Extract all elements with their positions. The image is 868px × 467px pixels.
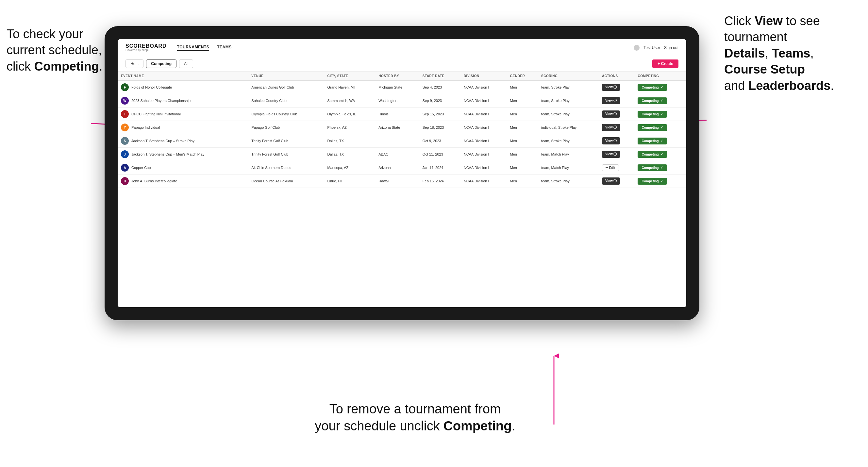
col-hosted-by: HOSTED BY [375,71,419,81]
hosted-by-cell: Michigan State [375,81,419,94]
annotation-right-bold4: Course Setup [724,62,805,76]
venue-cell: Ak-Chin Southern Dunes [248,161,324,175]
sub-nav-all[interactable]: All [179,60,193,68]
gender-cell: Men [507,107,538,121]
venue-cell: Ocean Course At Hokuala [248,175,324,188]
action-cell: View ⓘ [599,134,634,148]
table-row: A Copper Cup Ak-Chin Southern DunesMaric… [118,161,686,175]
competing-badge[interactable]: Competing [638,124,667,131]
venue-cell: Papago Golf Club [248,121,324,134]
table-container: EVENT NAME VENUE CITY, STATE HOSTED BY S… [118,71,686,307]
team-logo: I [121,110,129,118]
start-date-cell: Sep 18, 2023 [419,121,461,134]
scoreboard-powered: Powered by clippi [125,49,167,52]
competing-cell: Competing [634,148,686,161]
action-cell: View ⓘ [599,148,634,161]
view-button[interactable]: View ⓘ [602,111,620,118]
competing-badge[interactable]: Competing [638,151,667,158]
col-venue: VENUE [248,71,324,81]
nav-teams[interactable]: TEAMS [217,45,232,51]
competing-badge[interactable]: Competing [638,137,667,145]
team-logo: W [121,97,129,104]
annotation-left-line3: click [6,60,34,73]
col-city-state: CITY, STATE [324,71,375,81]
col-gender: GENDER [507,71,538,81]
col-scoring: SCORING [538,71,599,81]
venue-cell: American Dunes Golf Club [248,81,324,94]
event-name-cell: Y Papago Individual [118,121,248,134]
start-date-cell: Sep 4, 2023 [419,81,461,94]
event-name: John A. Burns Intercollegiate [131,179,177,183]
division-cell: NCAA Division I [461,107,507,121]
table-row: J Jackson T. Stephens Cup – Men's Match … [118,148,686,161]
annotation-right-bold3: Teams [772,46,810,60]
venue-cell: Trinity Forest Golf Club [248,134,324,148]
competing-badge[interactable]: Competing [638,97,667,104]
city-state-cell: Phoenix, AZ [324,121,375,134]
competing-cell: Competing [634,134,686,148]
annotation-right-line1: Click [724,14,754,28]
start-date-cell: Oct 11, 2023 [419,148,461,161]
city-state-cell: Maricopa, AZ [324,161,375,175]
nav-tournaments[interactable]: TOURNAMENTS [177,45,210,51]
event-name: Copper Cup [131,166,151,169]
col-actions: ACTIONS [599,71,634,81]
city-state-cell: Sammamish, WA [324,94,375,107]
sub-nav-home[interactable]: Ho... [125,60,144,68]
action-cell: View ⓘ [599,94,634,107]
city-state-cell: Olympia Fields, IL [324,107,375,121]
division-cell: NCAA Division I [461,94,507,107]
annotation-left-line2: current schedule, [6,43,102,57]
event-name: Papago Individual [131,125,160,129]
hosted-by-cell [375,134,419,148]
competing-badge[interactable]: Competing [638,178,667,185]
division-cell: NCAA Division I [461,81,507,94]
col-competing: COMPETING [634,71,686,81]
division-cell: NCAA Division I [461,134,507,148]
view-button[interactable]: View ⓘ [602,97,620,104]
edit-button[interactable]: ✏ Edit [602,164,619,171]
sub-nav-competing[interactable]: Competing [146,60,177,68]
table-row: F Folds of Honor Collegiate American Dun… [118,81,686,94]
create-button[interactable]: + Create [652,60,678,68]
start-date-cell: Sep 9, 2023 [419,94,461,107]
table-row: I OFCC Fighting Illini Invitational Olym… [118,107,686,121]
app-header: SCOREBOARD Powered by clippi TOURNAMENTS… [118,39,686,56]
division-cell: NCAA Division I [461,161,507,175]
view-button[interactable]: View ⓘ [602,178,620,185]
action-cell: View ⓘ [599,175,634,188]
scoring-cell: team, Match Play [538,148,599,161]
col-start-date: START DATE [419,71,461,81]
scoring-cell: team, Stroke Play [538,134,599,148]
competing-cell: Competing [634,121,686,134]
competing-badge[interactable]: Competing [638,164,667,171]
hosted-by-cell: Arizona [375,161,419,175]
competing-cell: Competing [634,107,686,121]
gender-cell: Men [507,121,538,134]
annotation-bottom-bold: Competing [443,418,512,433]
tournaments-table: EVENT NAME VENUE CITY, STATE HOSTED BY S… [118,71,686,188]
annotation-right-bold2: Details [724,46,765,60]
view-button[interactable]: View ⓘ [602,84,620,91]
division-cell: NCAA Division I [461,121,507,134]
competing-cell: Competing [634,175,686,188]
competing-badge[interactable]: Competing [638,84,667,91]
event-name: Jackson T. Stephens Cup – Stroke Play [131,139,194,143]
view-button[interactable]: View ⓘ [602,124,620,131]
sign-out-link[interactable]: Sign out [664,45,678,50]
annotation-right-sep2: , [810,46,814,60]
sub-nav: Ho... Competing All + Create [118,56,686,71]
view-button[interactable]: View ⓘ [602,137,620,145]
event-name: OFCC Fighting Illini Invitational [131,112,181,116]
competing-badge[interactable]: Competing [638,111,667,118]
annotation-right-line3: tournament [724,30,787,44]
city-state-cell: Dallas, TX [324,134,375,148]
annotation-right-line4: and [724,79,748,92]
scoring-cell: team, Stroke Play [538,175,599,188]
event-name: Jackson T. Stephens Cup – Men's Match Pl… [131,152,204,156]
scoring-cell: team, Stroke Play [538,94,599,107]
view-button[interactable]: View ⓘ [602,151,620,158]
scoreboard-logo: SCOREBOARD Powered by clippi [125,43,167,52]
hosted-by-cell: ABAC [375,148,419,161]
gender-cell: Men [507,161,538,175]
